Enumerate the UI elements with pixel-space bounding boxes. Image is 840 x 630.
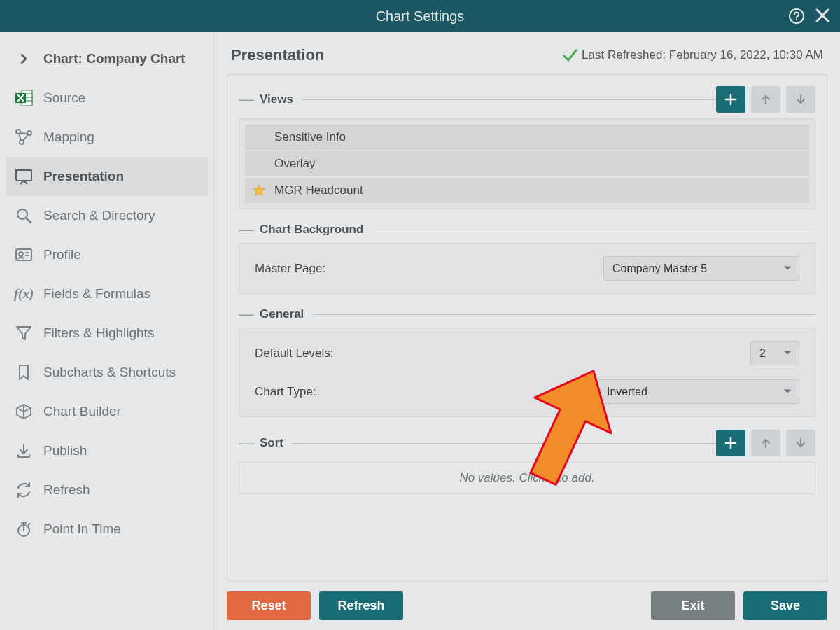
sidebar-item-chartbuilder[interactable]: Chart Builder [6,392,208,431]
formula-icon: f(x) [14,284,34,304]
search-icon [14,206,34,225]
move-view-up-button[interactable] [751,86,780,113]
sidebar-item-label: Chart Builder [43,404,121,419]
sidebar-top-label: Chart: Company Chart [43,51,186,66]
sidebar-item-label: Fields & Formulas [43,286,150,302]
sidebar-item-presentation[interactable]: Presentation [6,157,208,196]
sidebar-item-publish[interactable]: Publish [6,431,208,470]
view-row[interactable]: Overlay [245,151,809,176]
excel-icon [14,88,34,108]
page-title: Presentation [231,46,324,64]
view-row[interactable]: Sensitive Info [245,125,809,150]
refresh-button[interactable]: Refresh [319,592,403,620]
move-sort-down-button[interactable] [786,430,816,456]
views-section-label: Views [260,92,293,106]
move-view-down-button[interactable] [786,86,816,113]
profile-icon [14,245,34,265]
sidebar-item-subcharts[interactable]: Subcharts & Shortcuts [6,353,208,392]
star-icon [252,183,266,197]
chart-type-label: Chart Type: [255,385,316,399]
add-view-button[interactable] [716,86,746,113]
chart-type-select[interactable]: Inverted [598,379,799,404]
general-section-label: General [260,307,304,321]
cube-icon [14,402,34,421]
svg-line-23 [29,524,30,525]
refresh-icon [14,480,34,500]
sidebar-chart-title[interactable]: Chart: Company Chart [6,39,208,78]
main-header: Presentation Last Refreshed: February 16… [214,32,840,74]
reset-button[interactable]: Reset [227,592,311,620]
sidebar-item-pointintime[interactable]: Point In Time [6,510,208,549]
move-sort-up-button[interactable] [751,430,780,456]
sidebar-item-mapping[interactable]: Mapping [6,118,208,157]
help-icon[interactable] [788,8,805,24]
sidebar: Chart: Company Chart Source Mapping Pres… [0,32,214,630]
sidebar-item-label: Subcharts & Shortcuts [43,365,176,380]
chevron-right-icon [14,49,34,69]
sidebar-item-label: Search & Directory [43,208,155,223]
checkmark-icon [562,48,578,63]
chartbg-section-label: Chart Background [260,223,363,237]
window-title: Chart Settings [376,8,465,24]
titlebar: Chart Settings [0,0,840,32]
sidebar-item-search[interactable]: Search & Directory [6,196,208,235]
default-levels-select[interactable]: 2 [750,341,799,365]
sidebar-item-fields[interactable]: f(x) Fields & Formulas [6,274,208,314]
sidebar-item-label: Mapping [43,130,94,145]
exit-button[interactable]: Exit [651,592,735,620]
bookmark-icon [14,363,34,382]
stopwatch-icon [14,519,34,539]
sidebar-item-label: Refresh [43,482,90,498]
mapping-icon [14,127,34,147]
sidebar-item-profile[interactable]: Profile [6,235,208,274]
sort-empty-message: No values. Click + to add. [239,462,816,494]
sort-section-label: Sort [260,436,284,450]
sidebar-item-filters[interactable]: Filters & Highlights [6,314,208,353]
sidebar-item-label: Profile [43,247,81,262]
svg-line-14 [27,218,31,223]
sidebar-item-source[interactable]: Source [6,78,208,118]
view-row[interactable]: MGR Headcount [245,178,809,203]
presentation-icon [14,167,34,186]
default-levels-label: Default Levels: [255,346,333,360]
sidebar-item-label: Presentation [43,169,124,184]
last-refreshed-text: Last Refreshed: February 16, 2022, 10:30… [582,48,823,62]
master-page-label: Master Page: [255,262,326,276]
view-row-label: Sensitive Info [274,130,346,144]
publish-icon [14,441,34,461]
svg-point-1 [796,19,797,20]
sidebar-item-label: Point In Time [43,522,121,537]
add-sort-button[interactable] [716,430,746,456]
svg-rect-11 [16,170,31,181]
save-button[interactable]: Save [743,592,827,620]
view-row-label: MGR Headcount [274,183,363,197]
filter-icon [14,323,34,343]
master-page-select[interactable]: Company Master 5 [603,256,799,281]
sidebar-item-label: Publish [43,443,87,458]
sidebar-item-refresh[interactable]: Refresh [6,470,208,510]
svg-point-16 [19,252,23,256]
close-icon[interactable] [815,8,830,24]
sidebar-item-label: Source [43,90,85,106]
view-row-label: Overlay [274,157,316,171]
sidebar-item-label: Filters & Highlights [43,326,154,341]
